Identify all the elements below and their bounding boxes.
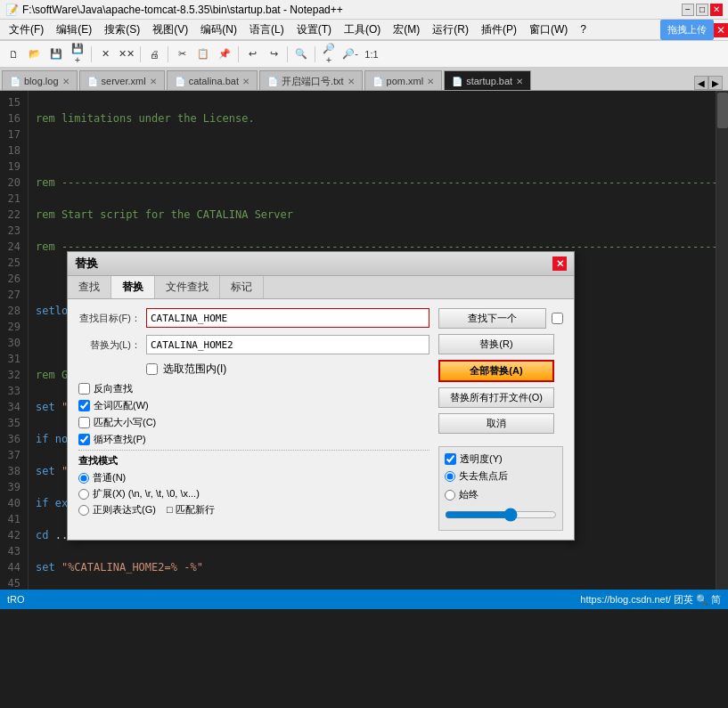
replace-all-open-btn[interactable]: 替换所有打开文件(O) [438,387,554,408]
reverse-option: 反向查找 [78,382,429,395]
menu-lang[interactable]: 语言(L) [244,20,290,39]
close-all-btn[interactable]: ✕✕ [117,45,136,64]
menu-encode[interactable]: 编码(N) [195,20,242,39]
whole-word-checkbox[interactable] [78,400,90,411]
new-btn[interactable]: 🗋 [4,45,23,64]
menu-bar: 文件(F) 编辑(E) 搜索(S) 视图(V) 编码(N) 语言(L) 设置(T… [0,20,728,41]
cancel-btn[interactable]: 取消 [438,413,554,434]
vertical-scrollbar[interactable] [716,91,728,590]
tab-close-blog-log[interactable]: ✕ [62,77,70,86]
tab-port-txt[interactable]: 📄 开启端口号.txt ✕ [259,70,363,90]
dialog-tab-mark[interactable]: 标记 [220,276,264,298]
zoom-in-btn[interactable]: 🔎+ [319,45,339,64]
transparency-label: 透明度(Y) [445,452,557,466]
find-input[interactable] [146,308,429,328]
undo-btn[interactable]: ↩ [242,45,262,64]
close-btn[interactable]: ✕ [710,4,723,16]
toolbar-sep6 [315,46,315,62]
whole-word-option: 全词匹配(W) [78,399,429,412]
tab-close-catalina-bat[interactable]: ✕ [242,77,249,86]
transparency-always: 始终 [445,488,557,501]
menu-view[interactable]: 视图(V) [147,20,193,39]
find-next-btn[interactable]: 查找下一个 [438,308,546,329]
tabs-nav-right[interactable]: ▶ [708,76,723,90]
mode-regex-radio[interactable] [78,505,89,516]
zoom-reset-btn[interactable]: 1:1 [362,45,381,64]
zoom-out-btn[interactable]: 🔎- [340,45,360,64]
transparency-slider[interactable] [445,508,557,522]
select-range-checkbox[interactable] [146,363,158,375]
tab-close-pom-xml[interactable]: ✕ [427,77,434,86]
menu-plugin[interactable]: 插件(P) [476,20,522,39]
tab-startup-bat[interactable]: 📄 startup.bat ✕ [444,70,531,90]
tab-label-port-txt: 开启端口号.txt [282,75,344,88]
dialog-tab-file-find[interactable]: 文件查找 [155,276,220,298]
menu-help[interactable]: ? [575,21,592,37]
menu-settings[interactable]: 设置(T) [291,20,337,39]
replace-all-btn[interactable]: 全部替换(A) [438,360,554,382]
transparency-slider-row [445,508,557,525]
minimize-btn[interactable]: − [682,4,694,16]
match-case-label: 匹配大小写(C) [94,416,156,429]
tab-close-startup-bat[interactable]: ✕ [516,77,523,86]
replace-dialog: 替换 ✕ 查找 替换 文件查找 标记 查找目标(F)： [67,251,575,541]
mode-normal-radio[interactable] [78,473,89,484]
dialog-close-btn[interactable]: ✕ [552,256,567,271]
code-line-29: set "%CATALINA_HOME2=% -%" [36,559,708,575]
toolbar-sep4 [238,46,239,62]
match-case-checkbox[interactable] [78,417,90,428]
toolbar-sep3 [168,46,168,62]
replace-row: 替换为(L)： [78,335,429,354]
select-range-label: 选取范围内(I) [163,362,226,377]
cut-btn[interactable]: ✂ [172,45,192,64]
trans-always-radio[interactable] [445,490,455,500]
dialog-tab-find[interactable]: 查找 [68,276,111,298]
save-all-btn[interactable]: 💾+ [68,45,87,64]
mode-normal: 普通(N) [78,471,429,484]
tabs-nav-left[interactable]: ◀ [694,76,708,90]
paste-btn[interactable]: 📌 [215,45,234,64]
print-btn[interactable]: 🖨 [144,45,164,64]
replace-btn[interactable]: 替换(R) [438,334,554,354]
mode-extended-radio[interactable] [78,489,89,500]
menu-file[interactable]: 文件(F) [4,20,49,39]
tab-label-pom-xml: pom.xml [387,76,424,86]
find-row: 查找目标(F)： [78,308,429,328]
tab-server-xml[interactable]: 📄 server.xml ✕ [79,70,165,90]
replace-input[interactable] [146,335,429,354]
maximize-btn[interactable]: □ [696,4,708,16]
save-btn[interactable]: 💾 [46,45,66,64]
toolbar-sep2 [140,46,141,62]
tab-pom-xml[interactable]: 📄 pom.xml ✕ [364,70,443,90]
find-next-checkbox[interactable] [552,313,563,324]
find-label: 查找目标(F)： [78,312,141,325]
dialog-tab-replace[interactable]: 替换 [111,276,155,298]
tab-blog-log[interactable]: 📄 blog.log ✕ [2,70,78,90]
plugin-upload-btn[interactable]: 拖拽上传 [660,20,714,40]
redo-btn[interactable]: ↪ [264,45,283,64]
reverse-checkbox[interactable] [78,383,90,395]
panel-close-btn[interactable]: ✕ [714,23,728,37]
menu-run[interactable]: 运行(R) [427,20,474,39]
menu-tools[interactable]: 工具(O) [339,20,386,39]
find-btn[interactable]: 🔍 [291,45,311,64]
menu-macro[interactable]: 宏(M) [388,20,425,39]
tab-label-catalina-bat: catalina.bat [189,76,239,86]
menu-window[interactable]: 窗口(W) [524,20,573,39]
loop-checkbox[interactable] [78,434,90,445]
tab-catalina-bat[interactable]: 📄 catalina.bat ✕ [167,70,258,90]
toolbar: 🗋 📂 💾 💾+ ✕ ✕✕ 🖨 ✂ 📋 📌 ↩ ↪ 🔍 🔎+ 🔎- 1:1 [0,41,728,68]
open-btn[interactable]: 📂 [25,45,45,64]
tab-close-port-txt[interactable]: ✕ [348,77,355,86]
options-section: 反向查找 全词匹配(W) 匹配大小写(C) 循环查找(P) [78,382,429,446]
menu-edit[interactable]: 编辑(E) [51,20,97,39]
menu-search[interactable]: 搜索(S) [99,20,145,39]
trans-focus-radio[interactable] [445,471,455,482]
dialog-title-bar[interactable]: 替换 ✕ [68,252,574,276]
close-file-btn[interactable]: ✕ [95,45,115,64]
copy-btn[interactable]: 📋 [193,45,213,64]
editor-area: 15 16 17 18 19 20 21 22 23 24 25 26 27 2… [0,91,728,590]
transparency-text: 透明度(Y) [460,452,503,466]
tab-close-server-xml[interactable]: ✕ [150,77,157,86]
transparency-checkbox[interactable] [445,453,456,465]
